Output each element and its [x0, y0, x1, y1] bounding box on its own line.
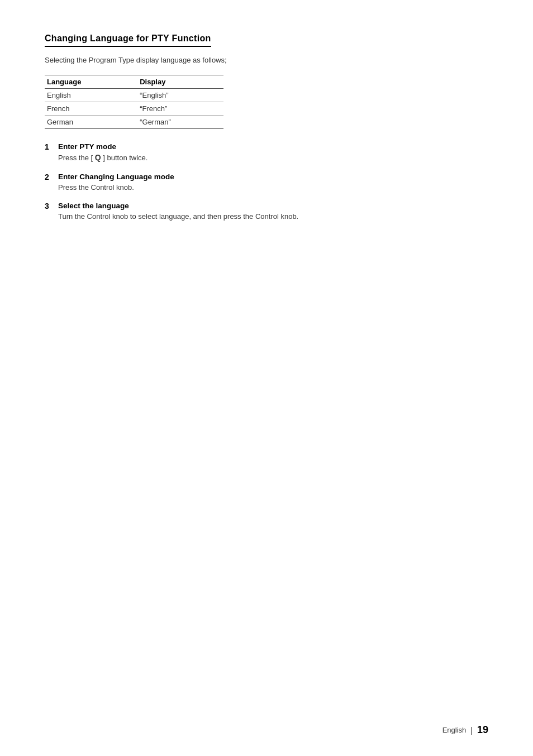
step-content-2: Enter Changing Language modePress the Co… [58, 173, 488, 193]
section-title: Changing Language for PTY Function [45, 34, 211, 47]
step-desc-2: Press the Control knob. [58, 182, 488, 193]
table-cell-language: English [45, 88, 137, 102]
step-number-1: 1 [45, 142, 58, 151]
table-cell-language: German [45, 115, 137, 128]
step-desc-3: Turn the Control knob to select language… [58, 211, 488, 222]
step-number-3: 3 [45, 202, 58, 210]
table-cell-display: “French” [137, 102, 223, 115]
steps-container: 1Enter PTY modePress the [ Q ] button tw… [45, 142, 488, 222]
step-title-2: Enter Changing Language mode [58, 173, 488, 181]
step-3: 3Select the languageTurn the Control kno… [45, 202, 488, 222]
table-row: French“French” [45, 102, 223, 115]
step-content-1: Enter PTY modePress the [ Q ] button twi… [58, 142, 488, 164]
pty-q-icon: Q [95, 152, 101, 164]
table-row: German“German” [45, 115, 223, 128]
table-cell-language: French [45, 102, 137, 115]
table-cell-display: “German” [137, 115, 223, 128]
table-header-row: Language Display [45, 75, 223, 88]
table-cell-display: “English” [137, 88, 223, 102]
intro-text: Selecting the Program Type display langu… [45, 55, 488, 66]
step-number-2: 2 [45, 173, 58, 181]
step-1: 1Enter PTY modePress the [ Q ] button tw… [45, 142, 488, 164]
page-footer: English | 19 [442, 724, 488, 736]
step-content-3: Select the languageTurn the Control knob… [58, 202, 488, 222]
language-table: Language Display English“English”French“… [45, 75, 223, 129]
step-2: 2Enter Changing Language modePress the C… [45, 173, 488, 193]
col-header-display: Display [137, 75, 223, 88]
step-desc-1: Press the [ Q ] button twice. [58, 152, 488, 164]
footer-page-number: 19 [477, 724, 488, 736]
step-title-3: Select the language [58, 202, 488, 210]
footer-language: English [442, 726, 467, 734]
footer-separator: | [470, 726, 473, 735]
table-row: English“English” [45, 88, 223, 102]
col-header-language: Language [45, 75, 137, 88]
step-title-1: Enter PTY mode [58, 142, 488, 151]
